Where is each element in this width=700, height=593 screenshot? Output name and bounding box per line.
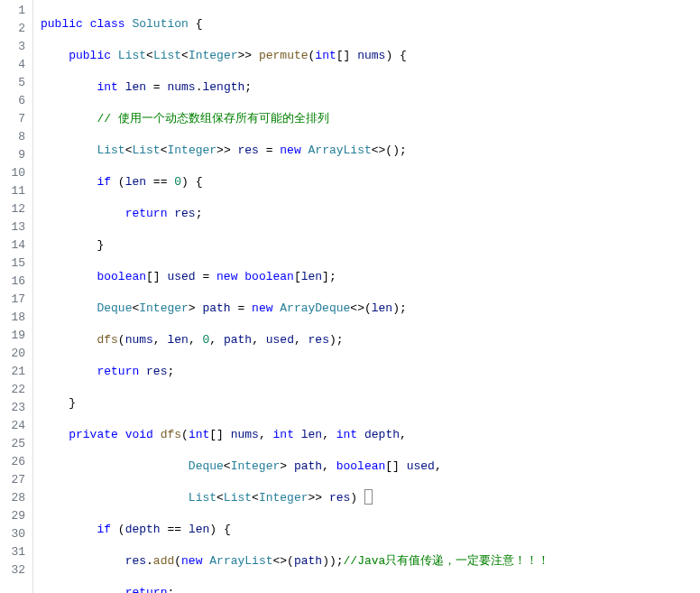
line-number: 15 <box>4 255 25 273</box>
line-number-gutter: 1 2 3 4 5 6 7 8 9 10 11 12 13 14 15 16 1… <box>0 0 33 593</box>
line-number: 21 <box>4 363 25 381</box>
code-line: List<List<Integer>> res = new ArrayList<… <box>41 142 700 160</box>
code-area[interactable]: public class Solution { public List<List… <box>33 0 700 593</box>
line-number: 17 <box>4 291 25 309</box>
line-number: 14 <box>4 236 25 255</box>
line-number: 11 <box>4 182 25 200</box>
line-number: 31 <box>4 543 25 561</box>
code-line: return res; <box>41 205 700 223</box>
line-number: 28 <box>4 489 25 507</box>
code-line: Deque<Integer> path, boolean[] used, <box>41 458 700 476</box>
code-line: } <box>41 236 700 255</box>
line-number: 10 <box>4 164 25 182</box>
code-line: if (depth == len) { <box>41 521 700 539</box>
code-line: if (len == 0) { <box>41 173 700 191</box>
line-number: 18 <box>4 309 25 327</box>
code-line: boolean[] used = new boolean[len]; <box>41 268 700 286</box>
line-number: 27 <box>4 471 25 489</box>
line-number: 9 <box>4 146 25 164</box>
code-line: private void dfs(int[] nums, int len, in… <box>41 426 700 444</box>
line-number: 25 <box>4 435 25 453</box>
line-number: 4 <box>4 56 25 74</box>
line-number: 16 <box>4 273 25 291</box>
line-number: 1 <box>4 2 25 20</box>
line-number: 30 <box>4 525 25 543</box>
line-number: 8 <box>4 128 25 146</box>
line-number: 3 <box>4 38 25 56</box>
line-number: 2 <box>4 20 25 38</box>
code-editor: 1 2 3 4 5 6 7 8 9 10 11 12 13 14 15 16 1… <box>0 0 700 593</box>
line-number: 19 <box>4 327 25 345</box>
line-number: 5 <box>4 74 25 92</box>
code-line: public class Solution { <box>41 15 700 33</box>
line-number: 20 <box>4 345 25 363</box>
code-line: List<List<Integer>> res) <box>41 489 700 507</box>
code-line: dfs(nums, len, 0, path, used, res); <box>41 331 700 349</box>
line-number: 7 <box>4 110 25 128</box>
line-number: 24 <box>4 417 25 435</box>
code-line: int len = nums.length; <box>41 79 700 97</box>
cursor-icon <box>364 489 373 505</box>
line-number: 12 <box>4 200 25 218</box>
code-line: res.add(new ArrayList<>(path));//Java只有值… <box>41 552 700 570</box>
line-number: 29 <box>4 507 25 525</box>
line-number: 6 <box>4 92 25 110</box>
line-number: 26 <box>4 453 25 471</box>
line-number: 23 <box>4 399 25 417</box>
line-number: 13 <box>4 218 25 236</box>
code-line: public List<List<Integer>> permute(int[]… <box>41 47 700 65</box>
code-line: // 使用一个动态数组保存所有可能的全排列 <box>41 110 700 128</box>
line-number: 22 <box>4 381 25 399</box>
code-line: return; <box>41 584 700 593</box>
code-line: Deque<Integer> path = new ArrayDeque<>(l… <box>41 300 700 318</box>
line-number: 32 <box>4 561 25 579</box>
code-line: } <box>41 394 700 412</box>
code-line: return res; <box>41 363 700 381</box>
